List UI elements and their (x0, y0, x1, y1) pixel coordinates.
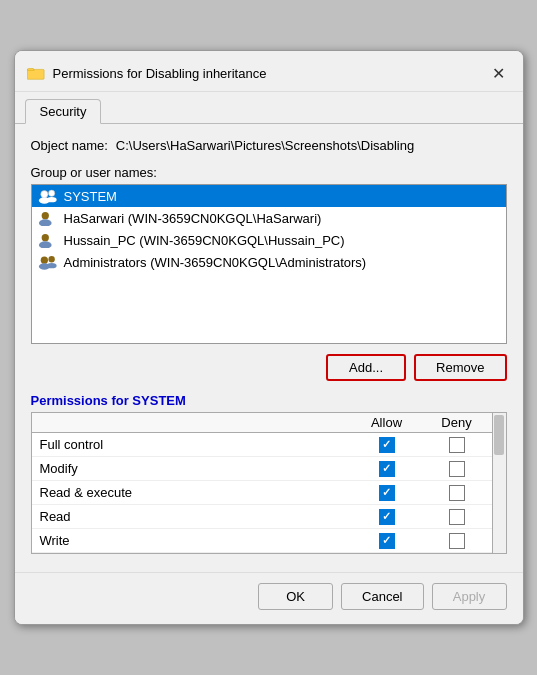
perm-allow-write[interactable] (352, 533, 422, 549)
tab-bar: Security (15, 92, 523, 124)
svg-point-3 (48, 190, 54, 196)
perm-row-readexecute: Read & execute (32, 481, 492, 505)
perm-deny-readexecute[interactable] (422, 485, 492, 501)
group-icon-admin (38, 254, 58, 270)
add-button[interactable]: Add... (326, 354, 406, 381)
perm-table-header: Allow Deny (32, 413, 492, 433)
ok-button[interactable]: OK (258, 583, 333, 610)
perm-allow-fullcontrol[interactable] (352, 437, 422, 453)
dialog-title: Permissions for Disabling inheritance (53, 66, 267, 81)
perm-col-allow: Allow (352, 413, 422, 432)
perm-col-deny: Deny (422, 413, 492, 432)
svg-point-1 (40, 191, 47, 198)
svg-point-6 (38, 219, 51, 226)
allow-checkbox-modify[interactable] (379, 461, 395, 477)
perm-row-write: Write (32, 529, 492, 553)
permissions-table: Allow Deny Full control (31, 412, 493, 554)
users-list[interactable]: SYSTEM HaSarwari (WIN-3659CN0KGQL\HaSarw… (31, 184, 507, 344)
deny-checkbox-read[interactable] (449, 509, 465, 525)
perm-col-name (32, 413, 352, 432)
title-bar: Permissions for Disabling inheritance ✕ (15, 51, 523, 92)
user-item-system[interactable]: SYSTEM (32, 185, 506, 207)
svg-point-12 (46, 263, 56, 268)
title-bar-left: Permissions for Disabling inheritance (27, 64, 267, 82)
allow-checkbox-write[interactable] (379, 533, 395, 549)
svg-point-9 (40, 257, 47, 264)
deny-checkbox-modify[interactable] (449, 461, 465, 477)
perm-name-write: Write (32, 531, 352, 550)
object-name-label: Object name: (31, 138, 108, 153)
permissions-table-wrapper: Allow Deny Full control (31, 412, 507, 554)
deny-checkbox-fullcontrol[interactable] (449, 437, 465, 453)
apply-button[interactable]: Apply (432, 583, 507, 610)
group-icon-system (38, 188, 58, 204)
perm-row-read: Read (32, 505, 492, 529)
allow-checkbox-read[interactable] (379, 509, 395, 525)
object-name-row: Object name: C:\Users\HaSarwari\Pictures… (31, 138, 507, 153)
tab-security[interactable]: Security (25, 99, 102, 124)
user-buttons-row: Add... Remove (31, 354, 507, 381)
svg-point-11 (48, 256, 54, 262)
permissions-section: Permissions for SYSTEM Allow Deny Full c… (31, 393, 507, 554)
perm-deny-write[interactable] (422, 533, 492, 549)
perm-allow-modify[interactable] (352, 461, 422, 477)
user-item-label-system: SYSTEM (64, 189, 117, 204)
object-name-value: C:\Users\HaSarwari\Pictures\Screenshots\… (116, 138, 414, 153)
user-item-hasarwari[interactable]: HaSarwari (WIN-3659CN0KGQL\HaSarwari) (32, 207, 506, 229)
svg-point-5 (41, 212, 48, 219)
user-icon-hasarwari (38, 210, 58, 226)
permissions-title: Permissions for SYSTEM (31, 393, 507, 408)
scrollbar-thumb[interactable] (494, 415, 504, 455)
svg-rect-0 (27, 69, 44, 79)
dialog-footer: OK Cancel Apply (15, 572, 523, 624)
user-item-label-admin: Administrators (WIN-3659CN0KGQL\Administ… (64, 255, 367, 270)
perm-row-fullcontrol: Full control (32, 433, 492, 457)
perm-name-modify: Modify (32, 459, 352, 478)
svg-point-4 (46, 197, 56, 202)
folder-icon (27, 64, 45, 82)
allow-checkbox-readexecute[interactable] (379, 485, 395, 501)
perm-deny-modify[interactable] (422, 461, 492, 477)
user-item-admin[interactable]: Administrators (WIN-3659CN0KGQL\Administ… (32, 251, 506, 273)
svg-point-7 (41, 234, 48, 241)
svg-point-8 (38, 241, 51, 248)
user-icon-hussain (38, 232, 58, 248)
user-item-label-hasarwari: HaSarwari (WIN-3659CN0KGQL\HaSarwari) (64, 211, 322, 226)
permissions-scrollbar[interactable] (493, 412, 507, 554)
cancel-button[interactable]: Cancel (341, 583, 423, 610)
deny-checkbox-write[interactable] (449, 533, 465, 549)
user-item-hussain[interactable]: Hussain_PC (WIN-3659CN0KGQL\Hussain_PC) (32, 229, 506, 251)
perm-name-fullcontrol: Full control (32, 435, 352, 454)
remove-button[interactable]: Remove (414, 354, 506, 381)
perm-deny-fullcontrol[interactable] (422, 437, 492, 453)
allow-checkbox-fullcontrol[interactable] (379, 437, 395, 453)
perm-deny-read[interactable] (422, 509, 492, 525)
perm-row-modify: Modify (32, 457, 492, 481)
close-button[interactable]: ✕ (487, 61, 511, 85)
group-section-label: Group or user names: (31, 165, 507, 180)
perm-name-readexecute: Read & execute (32, 483, 352, 502)
perm-name-read: Read (32, 507, 352, 526)
perm-allow-readexecute[interactable] (352, 485, 422, 501)
perm-allow-read[interactable] (352, 509, 422, 525)
permissions-dialog: Permissions for Disabling inheritance ✕ … (14, 50, 524, 625)
deny-checkbox-readexecute[interactable] (449, 485, 465, 501)
content-area: Object name: C:\Users\HaSarwari\Pictures… (15, 124, 523, 572)
user-item-label-hussain: Hussain_PC (WIN-3659CN0KGQL\Hussain_PC) (64, 233, 345, 248)
